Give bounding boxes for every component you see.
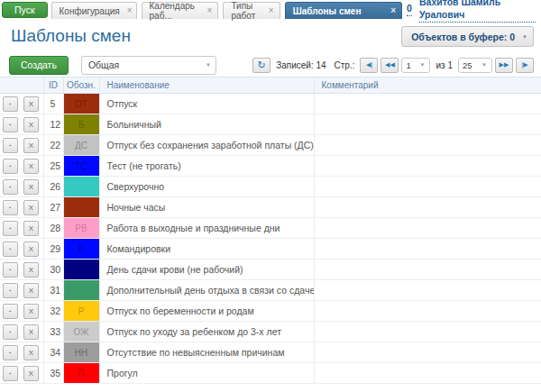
close-icon[interactable]: × bbox=[207, 6, 213, 15]
refresh-button[interactable]: ↻ bbox=[252, 58, 270, 73]
edit-button[interactable]: ▪ bbox=[3, 96, 18, 112]
delete-button[interactable]: X bbox=[23, 242, 39, 257]
edit-button[interactable]: ▪ bbox=[3, 283, 18, 298]
row-comment bbox=[314, 239, 541, 260]
row-comment bbox=[314, 114, 541, 135]
row-abbr-cell: НН bbox=[63, 342, 99, 363]
table-row[interactable]: ▪ X 33 ОЖ Отпуск по уходу за ребенком до… bbox=[0, 322, 541, 342]
table-row[interactable]: ▪ X 25 ТС Тест (не трогать) bbox=[0, 156, 541, 177]
delete-button[interactable]: X bbox=[23, 96, 39, 112]
tab-configuration[interactable]: Конфигурация × bbox=[51, 2, 137, 19]
row-name: Отпуск без сохранения заработной платы (… bbox=[99, 135, 314, 156]
delete-button[interactable]: X bbox=[23, 179, 39, 195]
edit-button[interactable]: ▪ bbox=[3, 117, 18, 132]
row-name: День сдачи крови (не рабочий) bbox=[99, 260, 314, 280]
row-comment bbox=[314, 260, 541, 280]
row-abbr-cell: ОЖ bbox=[63, 322, 99, 342]
close-icon[interactable]: × bbox=[269, 6, 274, 15]
edit-button[interactable]: ▪ bbox=[3, 242, 18, 257]
column-name[interactable]: Наименование bbox=[99, 77, 314, 94]
table-row[interactable]: ▪ X 31 Дополнительный день отдыха в связ… bbox=[0, 280, 541, 301]
edit-icon: ▪ bbox=[10, 185, 12, 189]
last-page-button[interactable]: |▶ bbox=[516, 58, 534, 73]
table-row[interactable]: ▪ X 22 ДС Отпуск без сохранения заработн… bbox=[0, 135, 541, 156]
next-page-button[interactable]: ▶▶ bbox=[495, 58, 513, 73]
edit-button[interactable]: ▪ bbox=[3, 221, 18, 236]
tab-work-calendar[interactable]: Календарь раб... × bbox=[142, 2, 219, 19]
edit-button[interactable]: ▪ bbox=[3, 159, 18, 174]
table-row[interactable]: ▪ X 32 Р Отпуск по беременности и родам bbox=[0, 301, 541, 322]
page-number-select[interactable]: 1 ▼ bbox=[401, 58, 430, 73]
delete-button[interactable]: X bbox=[23, 304, 39, 319]
color-swatch: Р bbox=[64, 301, 99, 321]
column-id[interactable]: ID bbox=[43, 77, 63, 94]
edit-button[interactable]: ▪ bbox=[3, 345, 18, 360]
column-actions bbox=[0, 77, 43, 94]
column-comment[interactable]: Комментарий bbox=[314, 77, 541, 94]
page-size-select[interactable]: 25 ▼ bbox=[458, 58, 492, 73]
column-abbr[interactable]: Обозн. bbox=[63, 77, 99, 94]
table-row[interactable]: ▪ X 29 К Командировки bbox=[0, 239, 541, 260]
delete-button[interactable]: X bbox=[23, 345, 39, 360]
table-body: ▪ X 5 ОТ Отпуск ▪ X 12 Б Больничный ▪ X bbox=[0, 94, 541, 384]
chevron-down-icon: ▼ bbox=[481, 62, 487, 68]
row-name: Отпуск по беременности и родам bbox=[99, 301, 314, 322]
table-row[interactable]: ▪ X 35 П Прогул bbox=[0, 363, 541, 384]
row-actions: ▪ X bbox=[0, 301, 43, 322]
table-row[interactable]: ▪ X 28 РВ Работа в выходные и праздничны… bbox=[0, 218, 541, 239]
edit-button[interactable]: ▪ bbox=[3, 262, 18, 278]
row-abbr-cell bbox=[63, 177, 99, 197]
color-swatch: НН bbox=[64, 342, 99, 362]
row-id: 12 bbox=[43, 114, 63, 135]
delete-button[interactable]: X bbox=[23, 159, 39, 174]
delete-button[interactable]: X bbox=[23, 138, 39, 153]
buffer-count-link[interactable]: 0 bbox=[407, 3, 412, 16]
edit-icon: ▪ bbox=[10, 371, 12, 376]
edit-button[interactable]: ▪ bbox=[3, 304, 18, 319]
edit-button[interactable]: ▪ bbox=[3, 366, 18, 381]
table-row[interactable]: ▪ X 12 Б Больничный bbox=[0, 114, 541, 135]
delete-button[interactable]: X bbox=[23, 262, 39, 278]
table-row[interactable]: ▪ X 5 ОТ Отпуск bbox=[0, 94, 541, 114]
row-comment bbox=[314, 94, 541, 114]
edit-button[interactable]: ▪ bbox=[3, 179, 18, 195]
first-page-button[interactable]: ◀| bbox=[360, 58, 378, 73]
delete-button[interactable]: X bbox=[23, 283, 39, 298]
delete-button[interactable]: X bbox=[23, 324, 39, 340]
close-icon[interactable]: × bbox=[390, 6, 396, 15]
edit-button[interactable]: ▪ bbox=[3, 324, 18, 340]
tab-shift-templates[interactable]: Шаблоны смен × bbox=[285, 2, 402, 19]
close-icon[interactable]: × bbox=[127, 6, 133, 15]
row-actions: ▪ X bbox=[0, 322, 43, 342]
start-button[interactable]: Пуск bbox=[2, 2, 48, 18]
row-id: 22 bbox=[43, 135, 63, 156]
row-abbr-cell: К bbox=[63, 239, 99, 260]
table-row[interactable]: ▪ X 34 НН Отсутствие по невыясненным при… bbox=[0, 342, 541, 363]
row-id: 33 bbox=[43, 322, 63, 342]
edit-icon: ▪ bbox=[10, 226, 12, 231]
delete-button[interactable]: X bbox=[23, 221, 39, 236]
table-row[interactable]: ▪ X 27 Ночные часы bbox=[0, 197, 541, 218]
row-comment bbox=[314, 301, 541, 322]
row-comment bbox=[314, 135, 541, 156]
create-button[interactable]: Создать bbox=[9, 56, 69, 75]
edit-icon: ▪ bbox=[10, 205, 12, 210]
edit-icon: ▪ bbox=[10, 268, 12, 272]
row-comment bbox=[314, 280, 541, 301]
next-page-icon: ▶▶ bbox=[500, 61, 509, 68]
table-row[interactable]: ▪ X 26 Сверхурочно bbox=[0, 177, 541, 197]
edit-button[interactable]: ▪ bbox=[3, 138, 18, 153]
row-comment bbox=[314, 322, 541, 342]
delete-button[interactable]: X bbox=[23, 200, 39, 215]
edit-button[interactable]: ▪ bbox=[3, 200, 18, 215]
delete-button[interactable]: X bbox=[23, 117, 39, 132]
buffer-objects-button[interactable]: Объектов в буфере: 0 ▼ bbox=[401, 26, 534, 47]
delete-button[interactable]: X bbox=[23, 366, 39, 381]
first-page-icon: ◀| bbox=[366, 61, 372, 68]
color-swatch: ОТ bbox=[64, 94, 99, 114]
shift-templates-table: ID Обозн. Наименование Комментарий ▪ X 5… bbox=[0, 77, 541, 384]
tab-work-types[interactable]: Типы работ × bbox=[223, 2, 280, 19]
table-row[interactable]: ▪ X 30 День сдачи крови (не рабочий) bbox=[0, 260, 541, 280]
category-select[interactable]: Общая ▼ bbox=[81, 56, 216, 75]
prev-page-button[interactable]: ◀◀ bbox=[381, 58, 399, 73]
